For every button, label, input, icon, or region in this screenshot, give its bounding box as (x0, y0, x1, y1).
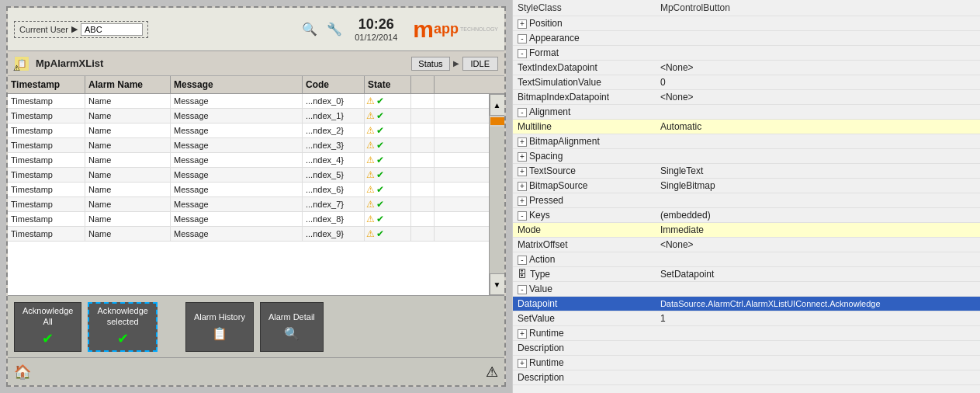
table-row: Timestamp Name Message ...ndex_9} ⚠✔ (8, 227, 489, 242)
alarm-detail-label: Alarm Detail (268, 312, 315, 322)
scrollbar[interactable]: ▲ ▼ (489, 94, 504, 295)
table-row: Timestamp Name Message ...ndex_4} ⚠✔ (8, 153, 489, 168)
prop-row-textsource: +TextSource SingleText (513, 164, 980, 179)
acknowledge-selected-button[interactable]: Acknowledgeselected ✔ (88, 302, 157, 352)
cell-code: ...ndex_7} (303, 197, 365, 211)
collapse-action-icon[interactable]: - (518, 256, 527, 265)
appearance-value (656, 31, 980, 46)
alarm-rows[interactable]: Timestamp Name Message ...ndex_0} ⚠✔ Tim… (8, 94, 489, 295)
cell-state: ⚠✔ (365, 153, 411, 167)
expand-runtime2-icon[interactable]: + (518, 359, 527, 368)
user-arrow: ▶ (71, 24, 78, 34)
expand-spacing-icon[interactable]: + (518, 152, 527, 162)
prop-row-styleclass: StyleClass MpControlButton (513, 0, 980, 16)
expand-pressed-icon[interactable]: + (518, 196, 527, 206)
keys-key[interactable]: -Keys (513, 208, 656, 223)
warn-icon: ⚠ (366, 184, 375, 195)
runtime1-key[interactable]: +Runtime (513, 326, 656, 341)
table-row: Timestamp Name Message ...ndex_1} ⚠✔ (8, 109, 489, 123)
alignment-key[interactable]: -Alignment (513, 105, 656, 120)
date-display: 01/12/2014 (355, 33, 397, 42)
collapse-keys-icon[interactable]: - (518, 211, 527, 221)
cell-timestamp: Timestamp (8, 212, 85, 226)
textsim-key: TextSimulationValue (513, 75, 656, 90)
value-section-value (656, 282, 980, 297)
check-icon: ✔ (376, 199, 384, 210)
scroll-up-button[interactable]: ▲ (490, 94, 505, 116)
runtime1-value (656, 326, 980, 341)
format-key[interactable]: -Format (513, 46, 656, 61)
cell-timestamp: Timestamp (8, 183, 85, 196)
position-key[interactable]: +Position (513, 16, 656, 31)
spacing-key[interactable]: +Spacing (513, 149, 656, 164)
col-code: Code (303, 76, 365, 93)
description2-key: Description (513, 370, 656, 385)
prop-row-spacing: +Spacing (513, 149, 980, 164)
cell-state: ⚠✔ (365, 94, 411, 108)
cell-state: ⚠✔ (365, 227, 411, 241)
scroll-down-button[interactable]: ▼ (490, 273, 505, 295)
cell-state: ⚠✔ (365, 168, 411, 182)
alarm-history-button[interactable]: Alarm History 📋 (185, 302, 254, 352)
search-icon[interactable]: 🔍 (302, 22, 317, 37)
mode-key: Mode (513, 223, 656, 238)
prop-row-keys: -Keys (embedded) (513, 208, 980, 223)
value-section-key[interactable]: -Value (513, 282, 656, 297)
collapse-format-icon[interactable]: - (518, 49, 527, 58)
cell-name: Name (85, 153, 171, 167)
user-value: ABC (81, 23, 143, 36)
warn-icon: ⚠ (366, 155, 375, 165)
collapse-alignment-icon[interactable]: - (518, 108, 527, 117)
cell-extra (411, 94, 435, 108)
expand-position-icon[interactable]: + (518, 19, 527, 29)
description1-key: Description (513, 341, 656, 356)
warn-icon: ⚠ (366, 140, 375, 151)
expand-textsource-icon[interactable]: + (518, 167, 527, 176)
prop-row-runtime1: +Runtime (513, 326, 980, 341)
alarm-detail-button[interactable]: Alarm Detail 🔍 (260, 302, 324, 352)
styleclass-key: StyleClass (513, 0, 656, 16)
prop-row-alignment: -Alignment (513, 105, 980, 120)
prop-row-description1: Description (513, 341, 980, 356)
cell-message: Message (171, 153, 303, 167)
mapp-app: app (434, 21, 459, 37)
bitmapsource-key[interactable]: +BitmapSource (513, 179, 656, 193)
cell-code: ...ndex_8} (303, 212, 365, 226)
runtime2-key[interactable]: +Runtime (513, 356, 656, 370)
cell-message: Message (171, 123, 303, 137)
hmi-buttons: AcknowledgeAll ✔ Acknowledgeselected ✔ A… (8, 295, 504, 357)
cell-extra (411, 168, 435, 182)
appearance-key[interactable]: -Appearance (513, 31, 656, 46)
check-icon: ✔ (376, 140, 384, 151)
prop-row-description2: Description (513, 370, 980, 385)
textsource-key[interactable]: +TextSource (513, 164, 656, 179)
cell-state: ⚠✔ (365, 123, 411, 137)
settings-icon[interactable]: 🔧 (327, 22, 342, 37)
cell-extra (411, 197, 435, 211)
check-icon: ✔ (376, 96, 384, 106)
acknowledge-all-button[interactable]: AcknowledgeAll ✔ (14, 302, 81, 352)
description2-value (656, 370, 980, 385)
action-key[interactable]: -Action (513, 252, 656, 267)
expand-bitmapalign-icon[interactable]: + (518, 137, 527, 147)
multiline-key: Multiline (513, 120, 656, 134)
cell-code: ...ndex_2} (303, 123, 365, 137)
warn-icon: ⚠ (366, 199, 375, 210)
pressed-key[interactable]: +Pressed (513, 193, 656, 208)
prop-row-runtime2: +Runtime (513, 356, 980, 370)
cell-state: ⚠✔ (365, 197, 411, 211)
expand-runtime1-icon[interactable]: + (518, 329, 527, 339)
prop-row-type: 🗄Type SetDatapoint (513, 267, 980, 282)
check-icon: ✔ (376, 110, 384, 121)
collapse-appearance-icon[interactable]: - (518, 34, 527, 43)
alarm-table-wrap: Timestamp Alarm Name Message Code State … (8, 76, 504, 295)
home-button[interactable]: 🏠 (14, 363, 31, 381)
cell-name: Name (85, 109, 171, 123)
cell-message: Message (171, 138, 303, 152)
table-row: Timestamp Name Message ...ndex_5} ⚠✔ (8, 168, 489, 183)
expand-bitmapsource-icon[interactable]: + (518, 182, 527, 191)
bitmapalign-key[interactable]: +BitmapAlignment (513, 134, 656, 149)
collapse-value-icon[interactable]: - (518, 285, 527, 294)
prop-row-datapoint[interactable]: Datapoint DataSource.AlarmCtrl.AlarmXLis… (513, 297, 980, 311)
cell-message: Message (171, 227, 303, 241)
